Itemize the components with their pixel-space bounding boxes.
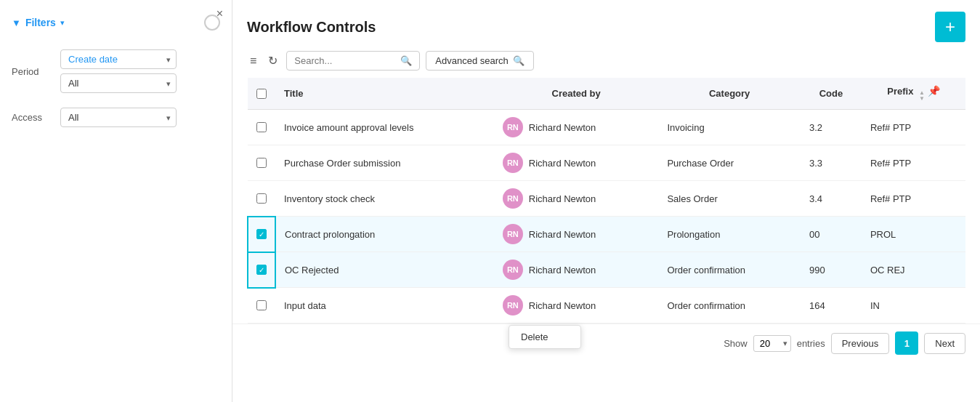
row-created-by: RNRichard Newton [494,181,659,217]
creator-name: Richard Newton [529,265,596,276]
access-value-select[interactable]: All Public Private [60,108,177,127]
col-category-label: Category [709,88,750,99]
workflow-table: Title Created by Category Code Prefix [247,78,965,323]
row-checkbox[interactable] [256,300,267,310]
row-title: OC Rejected [275,252,494,288]
row-code: 164 [801,288,862,323]
advanced-search-icon: 🔍 [513,55,525,66]
row-checkbox[interactable] [256,122,267,132]
col-created-by: Created by [494,78,659,110]
period-filter-row: Period Create date Update date All Today… [0,42,232,100]
table-body: Invoice amount approval levelsRNRichard … [248,110,965,323]
row-category: Sales Order [658,181,801,217]
creator-name: Richard Newton [529,158,596,169]
table-row: Inventory stock checkRNRichard NewtonSal… [248,181,965,217]
table-row: Invoice amount approval levelsRNRichard … [248,110,965,145]
current-page-indicator: 1 [895,331,918,355]
filters-header: ▼ Filters ▾ [0,0,232,42]
row-category: Invoicing [658,110,801,145]
advanced-search-label: Advanced search [435,55,508,66]
main-content: Workflow Controls + ≡ ↻ 🔍 Advanced searc… [232,0,980,402]
entries-per-page-select[interactable]: 20 10 50 100 [753,335,791,352]
refresh-icon-button[interactable]: ↻ [265,51,280,71]
col-prefix-label: Prefix [887,86,913,97]
row-checkbox-cell [248,288,275,323]
table-row: ✓Contract prolongationRNRichard NewtonPr… [248,217,965,252]
advanced-search-button[interactable]: Advanced search 🔍 [426,51,533,71]
table-row: Input dataRNRichard NewtonOrder confirma… [248,288,965,323]
avatar: RN [503,188,523,209]
row-category: Order confirmation [658,252,801,288]
col-code: Code [801,78,862,110]
period-type-select-wrapper: Create date Update date [60,49,177,69]
context-menu-delete[interactable]: Delete [509,326,580,348]
row-checkbox-checked[interactable]: ✓ [256,229,267,239]
row-prefix: PROL [862,217,965,252]
select-all-checkbox[interactable] [256,89,267,99]
creator-name: Richard Newton [529,300,596,311]
entries-select-wrapper: 20 10 50 100 [753,335,791,352]
search-icon: 🔍 [400,55,412,66]
creator-name: Richard Newton [529,122,596,133]
period-label: Period [12,66,52,77]
row-checkbox[interactable] [256,158,267,168]
row-category: Purchase Order [658,145,801,181]
row-checkbox-checked[interactable]: ✓ [256,265,267,275]
filters-chevron-icon: ▾ [60,18,65,28]
col-prefix: Prefix ▲▼ 📌 [862,78,965,110]
row-category: Prolongation [658,217,801,252]
row-checkbox-cell: ✓ [248,252,275,288]
row-checkbox[interactable] [256,193,267,204]
sort-icon: ▲▼ [919,90,925,102]
row-code: 00 [801,217,862,252]
table-row: Purchase Order submissionRNRichard Newto… [248,145,965,181]
col-code-label: Code [819,88,843,99]
entries-label: entries [797,338,825,349]
row-code: 990 [801,252,862,288]
access-value-select-wrapper: All Public Private [60,108,177,127]
row-code: 3.2 [801,110,862,145]
context-menu: Delete [509,325,581,349]
pagination-bar: Show 20 10 50 100 entries Previous 1 Nex… [232,323,980,362]
row-checkbox-cell [248,110,275,145]
access-controls: All Public Private [60,108,220,127]
col-title: Title [275,78,494,110]
row-prefix: OC REJ [862,252,965,288]
table-container: Title Created by Category Code Prefix [232,78,980,323]
filter-icon: ▼ [12,17,21,28]
menu-icon-button[interactable]: ≡ [247,52,259,71]
avatar: RN [503,153,523,173]
row-created-by: RNRichard Newton [494,110,659,145]
row-category: Order confirmation [658,288,801,323]
row-prefix: Ref# PTP [862,145,965,181]
table-wrapper: Title Created by Category Code Prefix [232,78,980,323]
row-created-by: RNRichard Newton [494,217,659,252]
period-value-select[interactable]: All Today This week [60,73,177,93]
filters-label: Filters [25,17,56,28]
row-title: Inventory stock check [275,181,494,217]
table-row: ✓OC RejectedRNRichard NewtonOrder confir… [248,252,965,288]
table-header: Title Created by Category Code Prefix [248,78,965,110]
period-type-select[interactable]: Create date Update date [60,49,177,69]
access-filter-row: Access All Public Private [0,100,232,134]
period-controls: Create date Update date All Today This w… [60,49,220,93]
previous-button[interactable]: Previous [831,333,890,354]
row-title: Invoice amount approval levels [275,110,494,145]
row-prefix: Ref# PTP [862,181,965,217]
access-label: Access [12,112,52,123]
avatar: RN [503,260,523,280]
avatar: RN [503,117,523,137]
sidebar-close-button[interactable]: × [216,7,223,20]
row-checkbox-cell [248,145,275,181]
pin-icon[interactable]: 📌 [928,85,940,97]
avatar: RN [503,295,523,315]
sidebar: × ▼ Filters ▾ Period Create date Update … [0,0,232,402]
row-checkbox-cell [248,181,275,217]
row-created-by: RNRichard Newton [494,145,659,181]
search-box: 🔍 [286,51,420,71]
search-input[interactable] [294,55,396,66]
add-button[interactable]: + [935,12,965,42]
col-category: Category [658,78,801,110]
next-button[interactable]: Next [924,333,965,354]
row-title: Purchase Order submission [275,145,494,181]
